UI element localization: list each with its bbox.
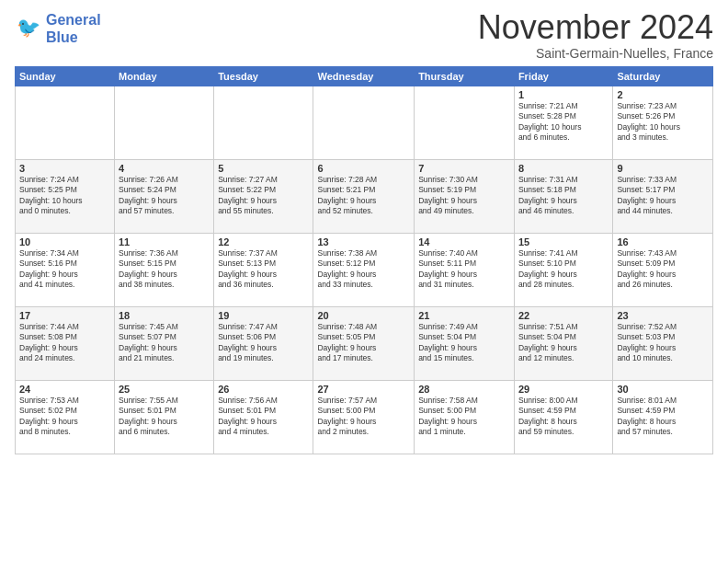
day-number: 16	[617, 236, 709, 247]
calendar-cell: 21Sunrise: 7:49 AM Sunset: 5:04 PM Dayli…	[415, 307, 515, 381]
logo-line1: General	[46, 12, 101, 28]
day-number: 5	[218, 163, 309, 174]
day-number: 2	[617, 89, 709, 100]
svg-text:🐦: 🐦	[17, 16, 41, 40]
day-number: 4	[119, 163, 210, 174]
day-number: 7	[418, 163, 510, 174]
calendar-cell: 28Sunrise: 7:58 AM Sunset: 5:00 PM Dayli…	[415, 381, 515, 454]
calendar-cell: 14Sunrise: 7:40 AM Sunset: 5:11 PM Dayli…	[415, 234, 515, 307]
day-number: 28	[418, 384, 510, 395]
calendar-cell: 8Sunrise: 7:31 AM Sunset: 5:18 PM Daylig…	[514, 160, 612, 234]
day-info: Sunrise: 8:01 AM Sunset: 4:59 PM Dayligh…	[617, 396, 709, 438]
calendar-cell: 29Sunrise: 8:00 AM Sunset: 4:59 PM Dayli…	[514, 381, 612, 454]
day-info: Sunrise: 7:27 AM Sunset: 5:22 PM Dayligh…	[218, 175, 309, 217]
logo-icon: 🐦	[15, 15, 42, 42]
day-number: 18	[119, 310, 210, 321]
calendar-cell: 2Sunrise: 7:23 AM Sunset: 5:26 PM Daylig…	[613, 86, 713, 160]
day-info: Sunrise: 7:24 AM Sunset: 5:25 PM Dayligh…	[19, 175, 110, 217]
calendar-week-row: 1Sunrise: 7:21 AM Sunset: 5:28 PM Daylig…	[16, 86, 713, 160]
day-info: Sunrise: 7:34 AM Sunset: 5:16 PM Dayligh…	[19, 248, 110, 291]
day-number: 12	[218, 236, 309, 247]
day-number: 6	[317, 163, 410, 174]
calendar-cell	[115, 86, 214, 160]
calendar-cell: 3Sunrise: 7:24 AM Sunset: 5:25 PM Daylig…	[16, 160, 115, 234]
calendar-cell	[16, 86, 115, 160]
calendar-cell: 22Sunrise: 7:51 AM Sunset: 5:04 PM Dayli…	[514, 307, 612, 381]
calendar-cell: 26Sunrise: 7:56 AM Sunset: 5:01 PM Dayli…	[214, 381, 313, 454]
day-number: 1	[518, 89, 609, 100]
day-info: Sunrise: 8:00 AM Sunset: 4:59 PM Dayligh…	[518, 396, 609, 438]
calendar-cell: 30Sunrise: 8:01 AM Sunset: 4:59 PM Dayli…	[613, 381, 713, 454]
calendar-cell: 17Sunrise: 7:44 AM Sunset: 5:08 PM Dayli…	[16, 307, 115, 381]
calendar-table: SundayMondayTuesdayWednesdayThursdayFrid…	[15, 66, 713, 454]
calendar-cell: 13Sunrise: 7:38 AM Sunset: 5:12 PM Dayli…	[313, 234, 415, 307]
day-number: 15	[518, 236, 609, 247]
calendar-cell: 10Sunrise: 7:34 AM Sunset: 5:16 PM Dayli…	[16, 234, 115, 307]
calendar-cell: 18Sunrise: 7:45 AM Sunset: 5:07 PM Dayli…	[115, 307, 214, 381]
day-number: 9	[617, 163, 709, 174]
calendar-cell: 16Sunrise: 7:43 AM Sunset: 5:09 PM Dayli…	[613, 234, 713, 307]
day-number: 13	[317, 236, 410, 247]
title-block: November 2024 Saint-Germain-Nuelles, Fra…	[478, 11, 713, 61]
weekday-header-wednesday: Wednesday	[313, 67, 415, 86]
day-info: Sunrise: 7:52 AM Sunset: 5:03 PM Dayligh…	[617, 322, 709, 364]
day-number: 29	[518, 384, 609, 395]
calendar-cell: 9Sunrise: 7:33 AM Sunset: 5:17 PM Daylig…	[613, 160, 713, 234]
day-info: Sunrise: 7:41 AM Sunset: 5:10 PM Dayligh…	[518, 248, 609, 291]
day-info: Sunrise: 7:30 AM Sunset: 5:19 PM Dayligh…	[418, 175, 510, 217]
month-title: November 2024	[478, 11, 713, 44]
day-number: 25	[119, 384, 210, 395]
day-info: Sunrise: 7:49 AM Sunset: 5:04 PM Dayligh…	[418, 322, 510, 364]
calendar-cell: 1Sunrise: 7:21 AM Sunset: 5:28 PM Daylig…	[514, 86, 612, 160]
calendar-week-row: 24Sunrise: 7:53 AM Sunset: 5:02 PM Dayli…	[16, 381, 713, 454]
day-info: Sunrise: 7:44 AM Sunset: 5:08 PM Dayligh…	[19, 322, 110, 364]
weekday-header-sunday: Sunday	[16, 67, 115, 86]
day-info: Sunrise: 7:57 AM Sunset: 5:00 PM Dayligh…	[317, 396, 410, 438]
day-number: 19	[218, 310, 309, 321]
day-info: Sunrise: 7:48 AM Sunset: 5:05 PM Dayligh…	[317, 322, 410, 364]
weekday-header-friday: Friday	[514, 67, 612, 86]
day-info: Sunrise: 7:51 AM Sunset: 5:04 PM Dayligh…	[518, 322, 609, 364]
calendar-cell: 23Sunrise: 7:52 AM Sunset: 5:03 PM Dayli…	[613, 307, 713, 381]
day-info: Sunrise: 7:53 AM Sunset: 5:02 PM Dayligh…	[19, 396, 110, 438]
calendar-week-row: 10Sunrise: 7:34 AM Sunset: 5:16 PM Dayli…	[16, 234, 713, 307]
logo-line2: Blue	[46, 29, 101, 46]
day-info: Sunrise: 7:58 AM Sunset: 5:00 PM Dayligh…	[418, 396, 510, 438]
calendar-cell: 7Sunrise: 7:30 AM Sunset: 5:19 PM Daylig…	[415, 160, 515, 234]
calendar-cell: 12Sunrise: 7:37 AM Sunset: 5:13 PM Dayli…	[214, 234, 313, 307]
day-number: 24	[19, 384, 110, 395]
day-info: Sunrise: 7:36 AM Sunset: 5:15 PM Dayligh…	[119, 248, 210, 291]
calendar-cell: 27Sunrise: 7:57 AM Sunset: 5:00 PM Dayli…	[313, 381, 415, 454]
weekday-header-thursday: Thursday	[415, 67, 515, 86]
day-info: Sunrise: 7:38 AM Sunset: 5:12 PM Dayligh…	[317, 248, 410, 291]
day-info: Sunrise: 7:45 AM Sunset: 5:07 PM Dayligh…	[119, 322, 210, 364]
calendar-cell: 24Sunrise: 7:53 AM Sunset: 5:02 PM Dayli…	[16, 381, 115, 454]
location-subtitle: Saint-Germain-Nuelles, France	[478, 46, 713, 61]
day-number: 8	[518, 163, 609, 174]
calendar-cell	[415, 86, 515, 160]
day-number: 27	[317, 384, 410, 395]
weekday-header-saturday: Saturday	[613, 67, 713, 86]
day-number: 21	[418, 310, 510, 321]
day-number: 26	[218, 384, 309, 395]
day-info: Sunrise: 7:21 AM Sunset: 5:28 PM Dayligh…	[518, 101, 609, 144]
calendar-cell: 15Sunrise: 7:41 AM Sunset: 5:10 PM Dayli…	[514, 234, 612, 307]
calendar-cell: 20Sunrise: 7:48 AM Sunset: 5:05 PM Dayli…	[313, 307, 415, 381]
logo-text: General Blue	[46, 11, 101, 46]
calendar-cell: 25Sunrise: 7:55 AM Sunset: 5:01 PM Dayli…	[115, 381, 214, 454]
day-info: Sunrise: 7:33 AM Sunset: 5:17 PM Dayligh…	[617, 175, 709, 217]
day-info: Sunrise: 7:56 AM Sunset: 5:01 PM Dayligh…	[218, 396, 309, 438]
calendar-cell: 6Sunrise: 7:28 AM Sunset: 5:21 PM Daylig…	[313, 160, 415, 234]
day-number: 17	[19, 310, 110, 321]
day-info: Sunrise: 7:26 AM Sunset: 5:24 PM Dayligh…	[119, 175, 210, 217]
calendar-week-row: 17Sunrise: 7:44 AM Sunset: 5:08 PM Dayli…	[16, 307, 713, 381]
day-info: Sunrise: 7:23 AM Sunset: 5:26 PM Dayligh…	[617, 101, 709, 144]
day-info: Sunrise: 7:40 AM Sunset: 5:11 PM Dayligh…	[418, 248, 510, 291]
day-number: 14	[418, 236, 510, 247]
calendar-header-row: SundayMondayTuesdayWednesdayThursdayFrid…	[16, 67, 713, 86]
logo: 🐦 General Blue	[15, 11, 101, 46]
calendar-cell: 4Sunrise: 7:26 AM Sunset: 5:24 PM Daylig…	[115, 160, 214, 234]
calendar-cell	[313, 86, 415, 160]
day-number: 3	[19, 163, 110, 174]
calendar-week-row: 3Sunrise: 7:24 AM Sunset: 5:25 PM Daylig…	[16, 160, 713, 234]
